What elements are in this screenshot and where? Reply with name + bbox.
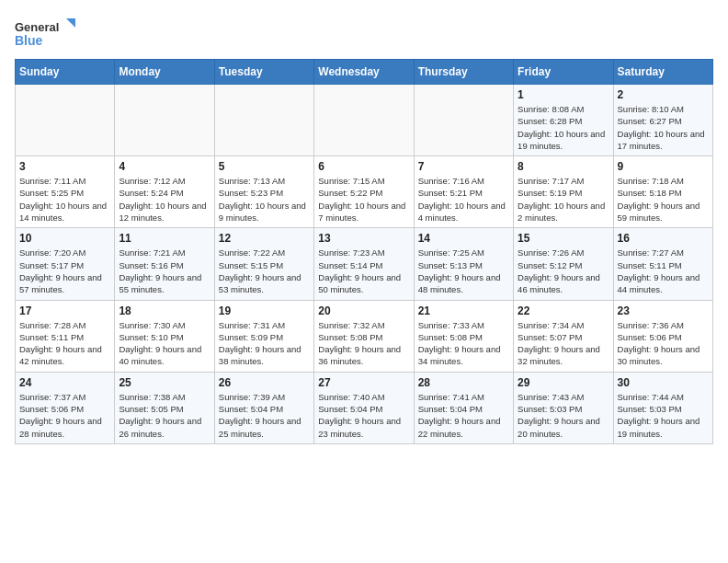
day-number: 11 [119,232,210,245]
day-number: 1 [518,88,609,101]
day-info: Sunrise: 7:25 AM Sunset: 5:13 PM Dayligh… [418,247,509,295]
calendar-cell: 29Sunrise: 7:43 AM Sunset: 5:03 PM Dayli… [514,372,613,443]
calendar-cell [16,85,115,156]
calendar-cell: 28Sunrise: 7:41 AM Sunset: 5:04 PM Dayli… [414,372,513,443]
weekday-header-row: SundayMondayTuesdayWednesdayThursdayFrid… [16,60,713,85]
weekday-header-friday: Friday [514,60,613,85]
calendar-cell: 19Sunrise: 7:31 AM Sunset: 5:09 PM Dayli… [214,300,313,372]
day-number: 5 [219,160,310,173]
day-number: 8 [518,160,609,173]
weekday-header-monday: Monday [115,60,214,85]
day-info: Sunrise: 7:41 AM Sunset: 5:04 PM Dayligh… [418,391,509,440]
weekday-header-sunday: Sunday [16,60,115,85]
day-number: 3 [19,160,110,173]
calendar-cell: 12Sunrise: 7:22 AM Sunset: 5:15 PM Dayli… [214,228,313,300]
calendar-cell: 10Sunrise: 7:20 AM Sunset: 5:17 PM Dayli… [16,228,115,300]
day-info: Sunrise: 7:13 AM Sunset: 5:23 PM Dayligh… [219,175,310,224]
calendar-cell: 30Sunrise: 7:44 AM Sunset: 5:03 PM Dayli… [613,372,712,443]
day-info: Sunrise: 7:39 AM Sunset: 5:04 PM Dayligh… [219,391,310,440]
day-number: 25 [119,376,210,389]
day-number: 28 [418,376,509,389]
day-number: 2 [618,88,709,101]
day-info: Sunrise: 7:17 AM Sunset: 5:19 PM Dayligh… [518,175,609,224]
calendar-cell: 24Sunrise: 7:37 AM Sunset: 5:06 PM Dayli… [16,372,115,443]
weekday-header-thursday: Thursday [414,60,513,85]
weekday-header-saturday: Saturday [613,60,712,85]
calendar-cell: 9Sunrise: 7:18 AM Sunset: 5:18 PM Daylig… [613,156,712,228]
calendar-cell [115,85,214,156]
calendar-cell: 18Sunrise: 7:30 AM Sunset: 5:10 PM Dayli… [115,300,214,372]
day-info: Sunrise: 7:30 AM Sunset: 5:10 PM Dayligh… [119,319,210,368]
day-info: Sunrise: 7:33 AM Sunset: 5:08 PM Dayligh… [418,319,509,368]
day-info: Sunrise: 7:27 AM Sunset: 5:11 PM Dayligh… [618,247,709,295]
calendar-body: 1Sunrise: 8:08 AM Sunset: 6:28 PM Daylig… [16,85,713,444]
calendar-cell: 20Sunrise: 7:32 AM Sunset: 5:08 PM Dayli… [314,300,414,372]
calendar-week-5: 24Sunrise: 7:37 AM Sunset: 5:06 PM Dayli… [16,372,713,443]
day-number: 14 [418,232,509,245]
calendar-cell: 14Sunrise: 7:25 AM Sunset: 5:13 PM Dayli… [414,228,513,300]
calendar-cell: 13Sunrise: 7:23 AM Sunset: 5:14 PM Dayli… [314,228,414,300]
day-number: 26 [219,376,310,389]
calendar-cell: 4Sunrise: 7:12 AM Sunset: 5:24 PM Daylig… [115,156,214,228]
calendar-header: SundayMondayTuesdayWednesdayThursdayFrid… [16,60,713,85]
day-number: 13 [318,232,409,245]
calendar-cell [214,85,313,156]
day-info: Sunrise: 7:15 AM Sunset: 5:22 PM Dayligh… [318,175,409,224]
day-number: 23 [618,304,709,317]
calendar-cell: 2Sunrise: 8:10 AM Sunset: 6:27 PM Daylig… [613,85,712,156]
day-info: Sunrise: 7:34 AM Sunset: 5:07 PM Dayligh… [518,319,609,368]
calendar-week-3: 10Sunrise: 7:20 AM Sunset: 5:17 PM Dayli… [16,228,713,300]
svg-marker-2 [66,18,75,28]
calendar-cell: 5Sunrise: 7:13 AM Sunset: 5:23 PM Daylig… [214,156,313,228]
day-info: Sunrise: 7:28 AM Sunset: 5:11 PM Dayligh… [19,319,110,368]
calendar-cell: 25Sunrise: 7:38 AM Sunset: 5:05 PM Dayli… [115,372,214,443]
day-number: 4 [119,160,210,173]
calendar-cell: 7Sunrise: 7:16 AM Sunset: 5:21 PM Daylig… [414,156,513,228]
calendar-cell: 1Sunrise: 8:08 AM Sunset: 6:28 PM Daylig… [514,85,613,156]
day-number: 24 [19,376,110,389]
day-info: Sunrise: 7:32 AM Sunset: 5:08 PM Dayligh… [318,319,409,368]
day-number: 10 [19,232,110,245]
day-number: 15 [518,232,609,245]
day-info: Sunrise: 7:21 AM Sunset: 5:16 PM Dayligh… [119,247,210,295]
day-info: Sunrise: 7:43 AM Sunset: 5:03 PM Dayligh… [518,391,609,440]
logo-svg: General Blue [15,15,79,52]
day-number: 29 [518,376,609,389]
day-info: Sunrise: 7:23 AM Sunset: 5:14 PM Dayligh… [318,247,409,295]
day-number: 27 [318,376,409,389]
calendar-cell: 22Sunrise: 7:34 AM Sunset: 5:07 PM Dayli… [514,300,613,372]
weekday-header-tuesday: Tuesday [214,60,313,85]
calendar-cell: 11Sunrise: 7:21 AM Sunset: 5:16 PM Dayli… [115,228,214,300]
day-number: 19 [219,304,310,317]
day-number: 21 [418,304,509,317]
calendar-cell: 15Sunrise: 7:26 AM Sunset: 5:12 PM Dayli… [514,228,613,300]
calendar-cell [414,85,513,156]
day-info: Sunrise: 7:26 AM Sunset: 5:12 PM Dayligh… [518,247,609,295]
calendar-cell: 3Sunrise: 7:11 AM Sunset: 5:25 PM Daylig… [16,156,115,228]
weekday-header-wednesday: Wednesday [314,60,414,85]
day-number: 18 [119,304,210,317]
calendar-cell: 6Sunrise: 7:15 AM Sunset: 5:22 PM Daylig… [314,156,414,228]
day-info: Sunrise: 7:22 AM Sunset: 5:15 PM Dayligh… [219,247,310,295]
day-number: 6 [318,160,409,173]
svg-text:General: General [15,20,59,34]
page-header: General Blue [15,15,713,52]
day-number: 7 [418,160,509,173]
day-info: Sunrise: 7:38 AM Sunset: 5:05 PM Dayligh… [119,391,210,440]
day-number: 12 [219,232,310,245]
day-info: Sunrise: 7:16 AM Sunset: 5:21 PM Dayligh… [418,175,509,224]
day-info: Sunrise: 7:12 AM Sunset: 5:24 PM Dayligh… [119,175,210,224]
day-info: Sunrise: 8:08 AM Sunset: 6:28 PM Dayligh… [518,103,609,152]
day-number: 22 [518,304,609,317]
day-info: Sunrise: 7:44 AM Sunset: 5:03 PM Dayligh… [618,391,709,440]
day-info: Sunrise: 7:18 AM Sunset: 5:18 PM Dayligh… [618,175,709,224]
svg-text:Blue: Blue [15,33,43,48]
calendar-cell: 23Sunrise: 7:36 AM Sunset: 5:06 PM Dayli… [613,300,712,372]
day-number: 20 [318,304,409,317]
calendar-table: SundayMondayTuesdayWednesdayThursdayFrid… [15,59,713,444]
calendar-cell [314,85,414,156]
calendar-cell: 16Sunrise: 7:27 AM Sunset: 5:11 PM Dayli… [613,228,712,300]
day-number: 9 [618,160,709,173]
day-number: 30 [618,376,709,389]
day-info: Sunrise: 7:37 AM Sunset: 5:06 PM Dayligh… [19,391,110,440]
